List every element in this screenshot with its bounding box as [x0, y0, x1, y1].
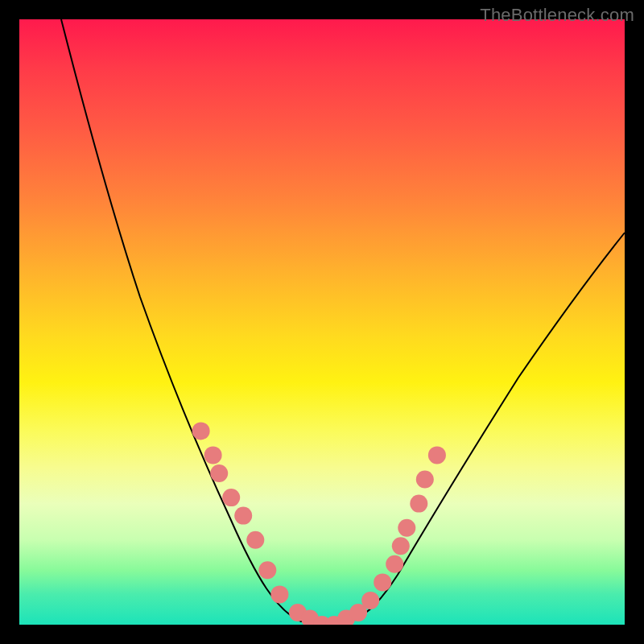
- curve-marker: [374, 573, 391, 591]
- plot-area: [19, 19, 625, 625]
- curve-svg: [19, 19, 625, 625]
- bottleneck-curve: [61, 19, 625, 621]
- curve-marker: [410, 495, 427, 513]
- curve-marker: [386, 555, 403, 573]
- curve-marker: [246, 531, 264, 549]
- curve-marker: [361, 592, 379, 609]
- marker-group: [192, 422, 446, 625]
- curve-marker: [416, 471, 434, 489]
- curve-marker: [204, 446, 222, 464]
- curve-marker: [398, 519, 415, 537]
- curve-marker: [392, 537, 410, 555]
- curve-marker: [222, 489, 240, 506]
- chart-stage: TheBottleneck.com: [0, 0, 644, 644]
- curve-marker: [270, 585, 288, 603]
- curve-marker: [234, 507, 252, 525]
- curve-marker: [428, 446, 446, 464]
- watermark-text: TheBottleneck.com: [480, 5, 634, 26]
- curve-marker: [258, 561, 276, 579]
- curve-marker: [192, 422, 210, 440]
- curve-marker: [210, 464, 228, 482]
